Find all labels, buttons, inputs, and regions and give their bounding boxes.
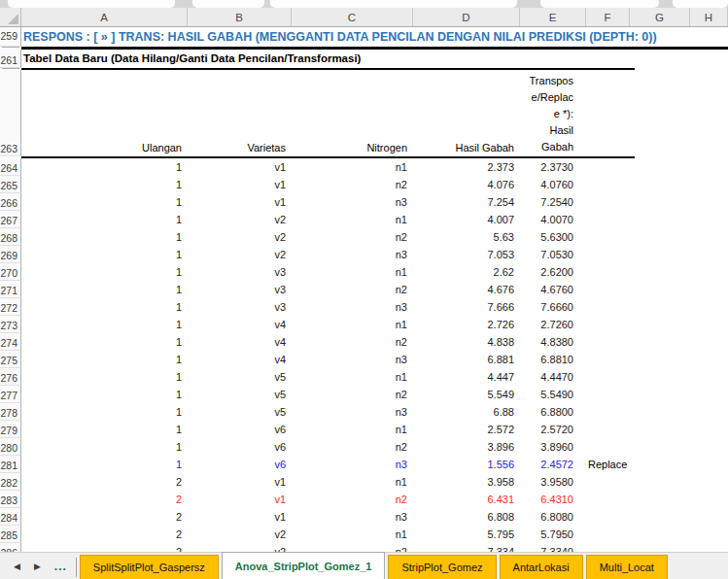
row-number[interactable]: 269 [0,246,21,263]
cell-hasil-gabah[interactable]: 4.007 [413,211,520,228]
empty-cell[interactable] [690,176,728,193]
cell-nitrogen[interactable]: n3 [292,298,413,316]
cell-nitrogen[interactable]: n3 [292,508,413,526]
empty-cell[interactable] [690,438,728,456]
row-number[interactable]: 275 [0,351,21,368]
row-number[interactable]: 277 [0,386,21,403]
cell-replace-note[interactable] [586,421,630,438]
cell-nitrogen[interactable]: n2 [292,228,413,246]
cell-nitrogen[interactable]: n1 [292,421,413,438]
cell-ulangan[interactable]: 1 [21,386,188,403]
cell-ulangan[interactable]: 2 [21,543,188,552]
tab-overflow-ellipsis[interactable]: ... [54,560,67,573]
cell-varietas[interactable]: v5 [188,368,292,386]
sheet-tab-anova_stripplot_gomez_1[interactable]: Anova_StripPlot_Gomez_1 [222,552,386,579]
empty-cell[interactable] [690,368,728,386]
cell-nitrogen[interactable]: n1 [292,316,413,333]
sheet-tab-antarlokasi[interactable]: AntarLokasi [500,555,583,579]
row-number[interactable]: 286 [0,543,21,552]
cell-transposed-hasil[interactable]: 4.4470 [520,368,586,386]
cell-hasil-gabah[interactable]: 7.334 [413,543,520,552]
cell-varietas[interactable]: v4 [188,316,292,333]
cell-varietas[interactable]: v1 [188,158,292,176]
cell-varietas[interactable]: v1 [188,176,292,193]
column-header-d[interactable]: D [413,8,520,26]
cell-hasil-gabah[interactable]: 5.549 [413,386,520,403]
empty-cell[interactable] [690,228,728,246]
cell-transposed-hasil[interactable]: 3.9580 [520,473,586,491]
cell-varietas[interactable]: v5 [188,403,292,421]
row-number[interactable]: 283 [0,491,21,508]
cell-replace-note[interactable] [586,438,630,456]
cell-nitrogen[interactable]: n3 [292,193,413,211]
cell-hasil-gabah[interactable]: 4.676 [413,281,520,298]
row-number[interactable]: 272 [0,298,21,316]
scroll-tabs-right-icon[interactable]: ▶ [34,562,41,571]
respons-title-cell[interactable]: RESPONS : [ » ] TRANS: HASIL GABAH (MENG… [21,27,728,47]
cell-replace-note[interactable] [586,351,630,368]
empty-cell[interactable] [630,368,690,386]
cell-nitrogen[interactable]: n2 [292,491,413,508]
cell-hasil-gabah[interactable]: 4.447 [413,368,520,386]
cell-ulangan[interactable]: 2 [21,491,188,508]
cell-nitrogen[interactable]: n2 [292,176,413,193]
empty-cell[interactable] [630,211,690,228]
column-header-a[interactable]: A [21,8,188,26]
cell-varietas[interactable]: v1 [188,508,292,526]
row-number[interactable]: 264 [0,158,21,176]
empty-cell[interactable] [690,543,728,552]
cell-ulangan[interactable]: 1 [21,246,188,263]
cell-varietas[interactable]: v2 [188,211,292,228]
cell-replace-note[interactable] [586,158,630,176]
cell-replace-note[interactable] [586,298,630,316]
cell-ulangan[interactable]: 2 [21,508,188,526]
cell-hasil-gabah[interactable]: 6.808 [413,508,520,526]
header-transpose-replace[interactable]: Transpos e/Replac e *): Hasil Gabah [520,73,586,156]
empty-cell[interactable] [630,263,690,281]
column-header-f[interactable]: F [586,8,630,26]
cell-varietas[interactable]: v2 [188,228,292,246]
column-header-b[interactable]: B [188,8,292,26]
cell-varietas[interactable]: v1 [188,193,292,211]
empty-cell[interactable] [690,298,728,316]
empty-cell[interactable] [690,193,728,211]
cell-varietas[interactable]: v2 [188,526,292,543]
cell-ulangan[interactable]: 1 [21,333,188,351]
cell-transposed-hasil[interactable]: 2.5720 [520,421,586,438]
empty-cell[interactable] [630,403,690,421]
row-number[interactable]: 282 [0,473,21,491]
cell-replace-note[interactable]: Replace [586,456,630,473]
cell-nitrogen[interactable]: n1 [292,263,413,281]
cell-ulangan[interactable]: 1 [21,438,188,456]
cell-varietas[interactable]: v2 [188,543,292,552]
cell-ulangan[interactable]: 1 [21,351,188,368]
sheet-tab-splitsplitplot_gaspersz[interactable]: SplitSplitPlot_Gaspersz [80,555,219,579]
empty-cell[interactable] [690,211,728,228]
cell-nitrogen[interactable]: n1 [292,368,413,386]
cell-nitrogen[interactable]: n1 [292,211,413,228]
cell-replace-note[interactable] [586,508,630,526]
column-header-c[interactable]: C [292,8,413,26]
cell-replace-note[interactable] [586,403,630,421]
cell-replace-note[interactable] [586,473,630,491]
cell-replace-note[interactable] [586,228,630,246]
cell-varietas[interactable]: v3 [188,281,292,298]
cell-hasil-gabah[interactable]: 5.795 [413,526,520,543]
cell-transposed-hasil[interactable]: 6.8800 [520,403,586,421]
cell-transposed-hasil[interactable]: 7.6660 [520,298,586,316]
cell-ulangan[interactable]: 1 [21,456,188,473]
cell-hasil-gabah[interactable]: 2.373 [413,158,520,176]
empty-cell[interactable] [690,403,728,421]
cell-replace-note[interactable] [586,263,630,281]
empty-cell[interactable] [630,526,690,543]
row-number[interactable]: 267 [0,211,21,228]
cell-ulangan[interactable]: 1 [21,176,188,193]
header-varietas[interactable]: Varietas [188,139,292,156]
empty-cell[interactable] [690,456,728,473]
cell-hasil-gabah[interactable]: 4.838 [413,333,520,351]
cell-varietas[interactable]: v1 [188,491,292,508]
cell-replace-note[interactable] [586,176,630,193]
cell-hasil-gabah[interactable]: 7.053 [413,246,520,263]
empty-cell[interactable] [630,473,690,491]
cell-transposed-hasil[interactable]: 4.8380 [520,333,586,351]
